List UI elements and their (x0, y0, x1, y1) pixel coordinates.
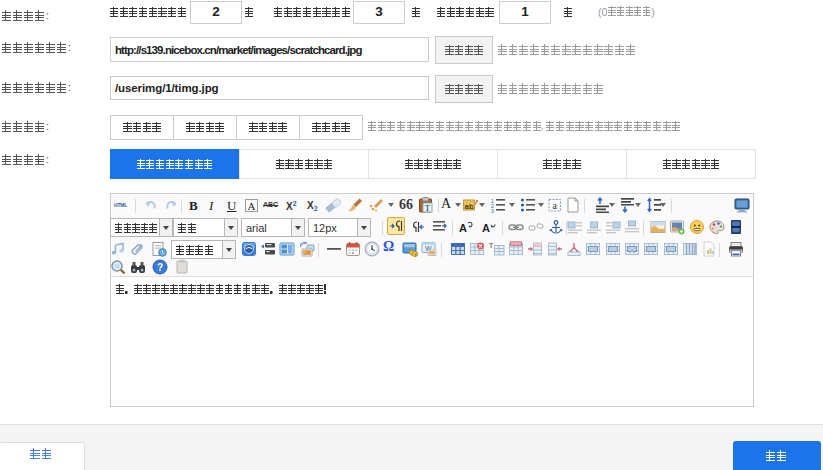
svg-text:?: ? (157, 262, 163, 273)
svg-text:T: T (489, 242, 494, 249)
svg-text:A: A (459, 222, 467, 234)
svg-text:3: 3 (491, 208, 494, 214)
svg-text:a: a (553, 200, 558, 211)
svg-text:ab: ab (465, 202, 474, 211)
svg-text:T: T (425, 204, 431, 213)
svg-text:A: A (482, 222, 490, 234)
